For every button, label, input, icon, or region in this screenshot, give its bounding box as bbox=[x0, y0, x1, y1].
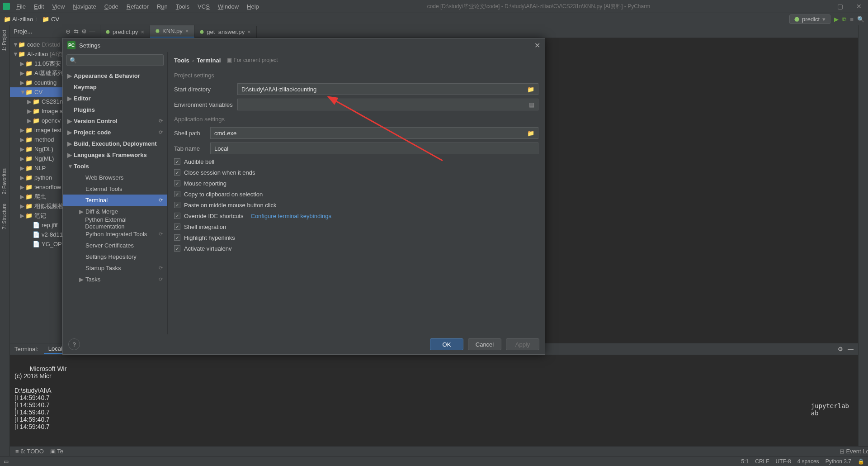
menu-code[interactable]: Code bbox=[101, 2, 122, 11]
editor-tab[interactable]: ⬣get_answer.py× bbox=[194, 26, 256, 38]
settings-subcategory[interactable]: Python Integrated Tools⟳ bbox=[63, 228, 167, 240]
menu-window[interactable]: Window bbox=[214, 2, 242, 11]
project-settings-icon[interactable]: ⚙ bbox=[80, 28, 88, 35]
settings-subcategory[interactable]: Server Certificates bbox=[63, 240, 167, 251]
settings-subcategory[interactable]: External Tools bbox=[63, 183, 167, 195]
status-icon[interactable]: ▭ bbox=[4, 458, 9, 465]
search-everywhere-icon[interactable]: 🔍 bbox=[857, 16, 864, 23]
settings-category[interactable]: Keymap bbox=[63, 81, 167, 93]
terminal-output[interactable]: Microsoft Wir (c) 2018 Micr D:\study\AI\… bbox=[10, 355, 858, 440]
checkbox-row[interactable]: ✓Copy to clipboard on selection bbox=[174, 189, 538, 200]
checkbox-icon[interactable]: ✓ bbox=[174, 234, 180, 241]
editor-tab[interactable]: ⬣KNN.py× bbox=[150, 25, 194, 38]
debug-button[interactable]: ⧉ bbox=[842, 16, 846, 23]
menu-edit[interactable]: Edit bbox=[30, 2, 47, 11]
editor-tab[interactable]: ⬣predict.py× bbox=[100, 26, 150, 38]
section-app-settings: Application settings bbox=[174, 116, 538, 123]
checkbox-row[interactable]: ✓Activate virtualenv bbox=[174, 243, 538, 254]
status-encoding[interactable]: UTF-8 bbox=[776, 458, 791, 465]
settings-subcategory[interactable]: Web Browsers bbox=[63, 172, 167, 183]
checkbox-icon[interactable]: ✓ bbox=[174, 213, 180, 219]
settings-search-input[interactable]: 🔍 bbox=[66, 54, 164, 66]
apply-button[interactable]: Apply bbox=[506, 338, 539, 350]
checkbox-icon[interactable]: ✓ bbox=[174, 223, 180, 230]
status-python[interactable]: Python 3.7 bbox=[826, 458, 851, 465]
checkbox-icon[interactable]: ✓ bbox=[174, 191, 180, 197]
ok-button[interactable]: OK bbox=[430, 338, 463, 350]
terminal-hide-icon[interactable]: — bbox=[848, 346, 854, 352]
status-line-ending[interactable]: CRLF bbox=[755, 458, 769, 465]
close-tab-icon[interactable]: × bbox=[247, 29, 251, 35]
configure-link[interactable]: Configure terminal keybindings bbox=[251, 213, 331, 219]
breadcrumb[interactable]: 📁 AI-ziliao 〉 📁 CV bbox=[4, 15, 59, 24]
checkbox-row[interactable]: ✓Shell integration bbox=[174, 221, 538, 232]
close-tab-icon[interactable]: × bbox=[185, 28, 189, 34]
tool-tab-project[interactable]: 1: Project bbox=[0, 25, 8, 55]
run-button[interactable]: ▶ bbox=[834, 16, 839, 23]
project-collapse-icon[interactable]: ⇆ bbox=[72, 28, 80, 35]
settings-category[interactable]: ▶Editor bbox=[63, 93, 167, 104]
left-tool-rail: 1: Project 2: Favorites 7: Structure bbox=[0, 25, 10, 456]
browse-icon[interactable]: 📁 bbox=[527, 86, 534, 93]
env-edit-icon[interactable]: ▤ bbox=[529, 101, 534, 108]
settings-category[interactable]: ▶Languages & Frameworks bbox=[63, 149, 167, 161]
menu-file[interactable]: FFileile bbox=[13, 2, 29, 11]
status-caret-pos[interactable]: 5:1 bbox=[741, 458, 749, 465]
menu-help[interactable]: Help bbox=[243, 2, 263, 11]
settings-subcategory[interactable]: Terminal⟳ bbox=[63, 195, 167, 206]
tool-tab-terminal[interactable]: ▣ Te bbox=[50, 448, 63, 455]
settings-subcategory[interactable]: ▶Diff & Merge bbox=[63, 206, 167, 217]
settings-subcategory[interactable]: Settings Repository bbox=[63, 251, 167, 262]
cancel-button[interactable]: Cancel bbox=[468, 338, 501, 350]
checkbox-row[interactable]: ✓Audible bell bbox=[174, 156, 538, 167]
menu-view[interactable]: View bbox=[48, 2, 68, 11]
tool-tab-favorites[interactable]: 2: Favorites bbox=[0, 164, 8, 199]
checkbox-icon[interactable]: ✓ bbox=[174, 169, 180, 176]
tool-tab-structure[interactable]: 7: Structure bbox=[0, 199, 8, 234]
close-tab-icon[interactable]: × bbox=[141, 29, 144, 35]
tool-tab-eventlog[interactable]: ⊟ Event Log bbox=[840, 448, 868, 455]
minimize-button[interactable]: — bbox=[815, 3, 827, 10]
project-hide-icon[interactable]: — bbox=[88, 28, 96, 35]
menu-vcs[interactable]: VCS bbox=[194, 2, 213, 11]
settings-subcategory[interactable]: Python External Documentation bbox=[63, 217, 167, 228]
checkbox-icon[interactable]: ✓ bbox=[174, 245, 180, 252]
checkbox-row[interactable]: ✓Mouse reporting bbox=[174, 178, 538, 189]
checkbox-icon[interactable]: ✓ bbox=[174, 180, 180, 186]
browse-icon-2[interactable]: 📁 bbox=[527, 130, 534, 137]
settings-category[interactable]: ▶Version Control⟳ bbox=[63, 115, 167, 127]
input-start-directory[interactable]: D:\study\AI\AI-ziliao\counting📁 bbox=[237, 83, 538, 95]
input-env-vars[interactable]: ▤ bbox=[237, 99, 538, 110]
checkbox-row[interactable]: ✓Close session when it ends bbox=[174, 167, 538, 178]
menu-navigate[interactable]: Navigate bbox=[69, 2, 99, 11]
dialog-close-icon[interactable]: ✕ bbox=[534, 41, 540, 50]
right-tool-rail bbox=[858, 25, 868, 456]
menu-run[interactable]: Run bbox=[153, 2, 171, 11]
settings-category[interactable]: ▶Project: code⟳ bbox=[63, 127, 167, 138]
checkbox-row[interactable]: ✓Highlight hyperlinks bbox=[174, 232, 538, 243]
settings-subcategory[interactable]: ▶Tasks⟳ bbox=[63, 274, 167, 285]
checkbox-icon[interactable]: ✓ bbox=[174, 158, 180, 165]
close-button[interactable]: ✕ bbox=[853, 3, 865, 10]
menu-refactor[interactable]: Refactor bbox=[123, 2, 152, 11]
help-button[interactable]: ? bbox=[68, 338, 80, 350]
stop-button[interactable]: ■ bbox=[850, 16, 854, 23]
checkbox-row[interactable]: ✓Override IDE shortcutsConfigure termina… bbox=[174, 210, 538, 221]
project-target-icon[interactable]: ⊕ bbox=[64, 28, 72, 35]
input-tab-name[interactable]: Local bbox=[210, 143, 538, 154]
maximize-button[interactable]: ▢ bbox=[834, 3, 846, 10]
menu-tools[interactable]: Tools bbox=[172, 2, 193, 11]
checkbox-row[interactable]: ✓Paste on middle mouse button click bbox=[174, 200, 538, 210]
run-config-selector[interactable]: ⬣ predict ▾ bbox=[789, 14, 830, 24]
status-indent[interactable]: 4 spaces bbox=[797, 458, 819, 465]
settings-category[interactable]: ▼Tools bbox=[63, 161, 167, 172]
status-lock-icon[interactable]: 🔒 bbox=[858, 458, 864, 465]
checkbox-icon[interactable]: ✓ bbox=[174, 202, 180, 208]
input-shell-path[interactable]: cmd.exe📁 bbox=[210, 127, 538, 139]
terminal-settings-icon[interactable]: ⚙ bbox=[838, 346, 843, 352]
settings-category[interactable]: ▶Appearance & Behavior bbox=[63, 70, 167, 81]
tool-tab-todo[interactable]: ≡ 6: TODO bbox=[15, 448, 44, 455]
settings-subcategory[interactable]: Startup Tasks⟳ bbox=[63, 262, 167, 274]
settings-category[interactable]: ▶Build, Execution, Deployment bbox=[63, 138, 167, 149]
settings-category[interactable]: Plugins bbox=[63, 104, 167, 115]
